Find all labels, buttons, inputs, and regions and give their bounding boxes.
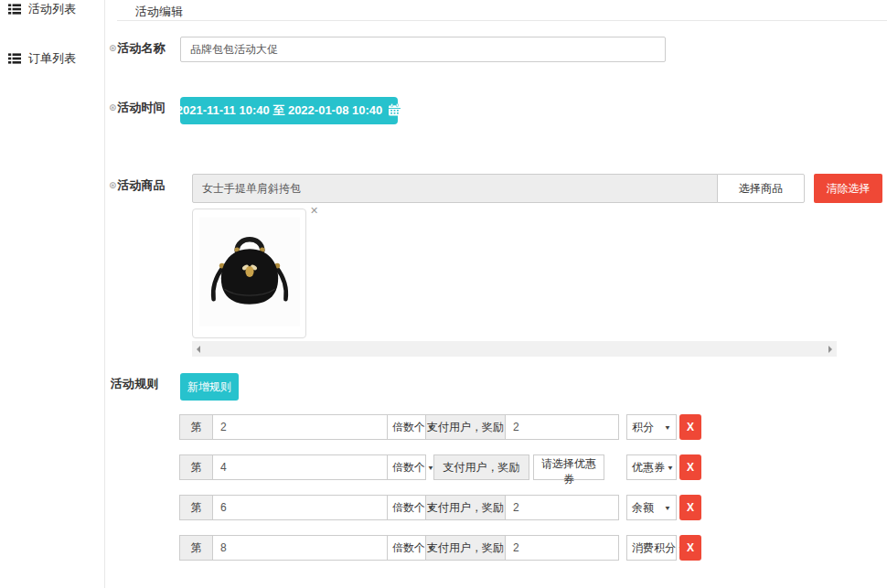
scroll-left-icon[interactable] [197,346,200,353]
caret-down-icon: ▼ [427,423,434,431]
reward-prefix-addon: 支付用户，奖励 [425,414,506,440]
sidebar: 活动列表 订单列表 [0,0,105,588]
caret-down-icon: ▼ [667,464,674,471]
rule-multiple-input[interactable] [212,454,388,480]
reward-prefix-addon: 支付用户，奖励 [425,495,506,520]
reward-type-select[interactable]: 消费积分▼ [626,535,677,561]
sidebar-item-activity-list[interactable]: 活动列表 [8,1,76,17]
horizontal-scrollbar[interactable] [192,341,837,357]
handbag-image [199,216,300,331]
remove-product-icon[interactable]: ✕ [310,206,318,216]
rule-prefix-addon: 第 [179,414,213,440]
selected-product-input[interactable] [192,174,718,203]
reward-type-select[interactable]: 优惠券▼ [626,454,677,480]
delete-rule-button[interactable]: X [679,454,701,480]
caret-down-icon: ▼ [664,423,671,431]
activity-rules-label: 活动规则 [111,376,158,392]
reward-prefix-addon: 支付用户，奖励 [433,454,529,480]
sidebar-item-label: 活动列表 [28,1,76,17]
required-icon: ⊛ [109,43,116,53]
rule-row: 第 倍数个▼ 支付用户，奖励 积分▼ X [179,414,701,440]
rule-unit-select[interactable]: 倍数个▼ [387,414,426,440]
rule-prefix-addon: 第 [179,535,213,561]
activity-edit-page: 活动列表 订单列表 活动编辑 ⊛活动名称 ⊛活动时间 2021-11-11 10… [0,0,887,588]
reward-type-select[interactable]: 积分▼ [626,414,677,440]
sidebar-item-label: 订单列表 [28,50,76,67]
rule-row: 第 倍数个▼ 支付用户，奖励 请选择优惠券 优惠券▼ X [179,454,701,480]
list-icon [8,4,21,15]
select-product-button[interactable]: 选择商品 [717,174,805,203]
activity-name-input[interactable] [180,37,666,62]
delete-rule-button[interactable]: X [679,495,701,520]
activity-time-label: ⊛活动时间 [109,100,165,116]
rule-row: 第 倍数个▼ 支付用户，奖励 消费积分▼ X [179,535,701,561]
reward-value-input[interactable] [505,535,619,561]
date-range-button[interactable]: 2021-11-11 10:40 至 2022-01-08 10:40 [180,97,398,124]
rule-multiple-input[interactable] [212,535,388,561]
add-rule-button[interactable]: 新增规则 [180,373,239,401]
date-range-text: 2021-11-11 10:40 至 2022-01-08 10:40 [176,102,383,119]
rule-unit-select[interactable]: 倍数个▼ [387,454,426,480]
reward-prefix-addon: 支付用户，奖励 [425,535,506,561]
scroll-right-icon[interactable] [828,346,832,353]
activity-product-label: ⊛活动商品 [109,177,165,194]
rule-unit-select[interactable]: 倍数个▼ [387,495,426,520]
product-thumbnail [192,208,306,338]
sidebar-item-order-list[interactable]: 订单列表 [8,50,76,67]
caret-down-icon: ▼ [427,464,434,471]
tab-activity-edit[interactable]: 活动编辑 [135,4,183,20]
rule-multiple-input[interactable] [212,414,388,440]
calendar-icon [388,103,401,119]
rule-prefix-addon: 第 [179,495,213,520]
delete-rule-button[interactable]: X [679,414,701,440]
list-icon [8,53,21,64]
choose-coupon-button[interactable]: 请选择优惠券 [533,454,604,480]
reward-value-input[interactable] [505,414,619,440]
reward-type-select[interactable]: 余额▼ [626,495,677,520]
caret-down-icon: ▼ [427,544,434,551]
required-icon: ⊛ [109,180,116,190]
rule-unit-select[interactable]: 倍数个▼ [387,535,426,561]
rule-prefix-addon: 第 [179,454,213,480]
caret-down-icon: ▼ [427,504,434,511]
delete-rule-button[interactable]: X [679,535,701,561]
rule-row: 第 倍数个▼ 支付用户，奖励 余额▼ X [179,495,701,520]
required-icon: ⊛ [109,102,116,112]
activity-name-label: ⊛活动名称 [109,40,165,57]
rule-multiple-input[interactable] [212,495,388,520]
clear-selection-button[interactable]: 清除选择 [814,174,882,203]
tab-divider [117,20,887,21]
reward-value-input[interactable] [505,495,619,520]
caret-down-icon: ▼ [664,504,671,511]
